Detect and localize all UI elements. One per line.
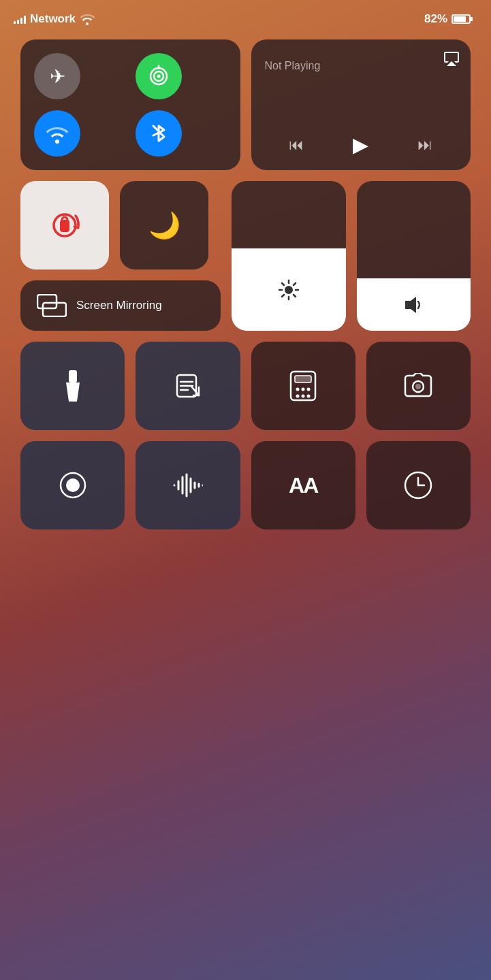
svg-line-16 [294, 295, 296, 297]
battery-icon [452, 14, 471, 24]
svg-point-34 [307, 395, 311, 398]
svg-point-4 [55, 140, 59, 144]
screen-mirroring-label: Screen Mirroring [76, 298, 162, 313]
svg-point-21 [69, 390, 76, 397]
middle-section: 🌙 Screen Mirroring [20, 181, 471, 331]
now-playing-block[interactable]: Not Playing ⏮ ▶ ⏭ [251, 39, 471, 170]
control-center: ✈ [0, 39, 491, 529]
left-controls-column: 🌙 Screen Mirroring [20, 181, 221, 331]
svg-rect-8 [37, 295, 57, 308]
text-size-button[interactable]: AA [251, 441, 355, 529]
battery-fill [454, 16, 466, 22]
row-connectivity: ✈ [20, 39, 471, 170]
status-bar: Network 82% [0, 0, 491, 33]
row-extras: AA [20, 441, 471, 529]
bar2 [17, 20, 19, 24]
bluetooth-button[interactable] [136, 110, 182, 157]
screen-record-button[interactable] [20, 441, 125, 529]
moon-icon: 🌙 [148, 210, 180, 240]
flashlight-icon [63, 370, 82, 402]
notes-icon [174, 372, 202, 399]
camera-button[interactable] [366, 342, 471, 430]
svg-point-2 [157, 75, 161, 78]
svg-point-38 [66, 478, 80, 492]
svg-point-36 [415, 384, 421, 389]
row-utilities [20, 342, 471, 430]
rewind-button[interactable]: ⏮ [289, 136, 304, 154]
battery-percent: 82% [424, 12, 447, 26]
carrier-label: Network [30, 12, 76, 26]
calculator-icon [289, 370, 317, 402]
volume-slider[interactable] [357, 181, 471, 331]
svg-point-30 [302, 388, 305, 391]
bar3 [20, 18, 22, 24]
svg-point-33 [302, 395, 305, 398]
svg-point-10 [285, 286, 293, 294]
airplane-icon: ✈ [50, 65, 65, 88]
brightness-icon [278, 279, 300, 301]
bar4 [24, 16, 26, 24]
screen-mirroring-button[interactable]: Screen Mirroring [20, 280, 221, 331]
clock-button[interactable] [366, 441, 471, 529]
screen-mirroring-icon [37, 294, 67, 317]
lock-rotation-icon [47, 208, 82, 243]
calculator-button[interactable] [251, 342, 355, 430]
volume-icon [402, 294, 424, 316]
lock-rotation-button[interactable] [20, 181, 109, 270]
svg-marker-19 [405, 297, 416, 313]
small-buttons-row: 🌙 [20, 181, 221, 270]
svg-rect-9 [43, 303, 66, 316]
airplane-mode-button[interactable]: ✈ [34, 53, 80, 99]
status-right: 82% [424, 12, 471, 26]
network-block[interactable]: ✈ [20, 39, 240, 170]
voice-memos-icon [173, 473, 203, 497]
screen-record-icon [59, 472, 86, 499]
wifi-icon [44, 123, 70, 144]
sliders-section [232, 181, 471, 331]
playback-controls: ⏮ ▶ ⏭ [265, 133, 458, 157]
svg-rect-20 [69, 370, 77, 382]
play-button[interactable]: ▶ [353, 133, 368, 157]
clock-icon [404, 471, 432, 500]
svg-point-31 [307, 388, 311, 391]
camera-icon [403, 373, 433, 399]
svg-line-15 [282, 283, 284, 285]
do-not-disturb-button[interactable]: 🌙 [120, 181, 208, 270]
svg-point-29 [296, 388, 300, 391]
notes-button[interactable] [136, 342, 240, 430]
svg-line-17 [294, 283, 296, 285]
brightness-slider[interactable] [232, 181, 346, 331]
wifi-status-icon [80, 13, 95, 25]
wifi-button[interactable] [34, 110, 80, 157]
bar1 [14, 21, 16, 24]
cellular-button[interactable] [136, 53, 182, 99]
airplay-icon[interactable] [443, 50, 460, 71]
now-playing-label: Not Playing [265, 60, 458, 72]
svg-line-18 [282, 295, 284, 297]
fast-forward-button[interactable]: ⏭ [417, 136, 432, 154]
voice-memos-button[interactable] [136, 441, 240, 529]
signal-bars-icon [14, 14, 26, 24]
svg-rect-28 [295, 376, 311, 382]
cellular-icon [147, 65, 170, 88]
text-size-icon: AA [289, 473, 317, 498]
flashlight-button[interactable] [20, 342, 125, 430]
bluetooth-icon [149, 120, 168, 146]
status-left: Network [14, 12, 95, 26]
svg-point-32 [296, 395, 300, 398]
